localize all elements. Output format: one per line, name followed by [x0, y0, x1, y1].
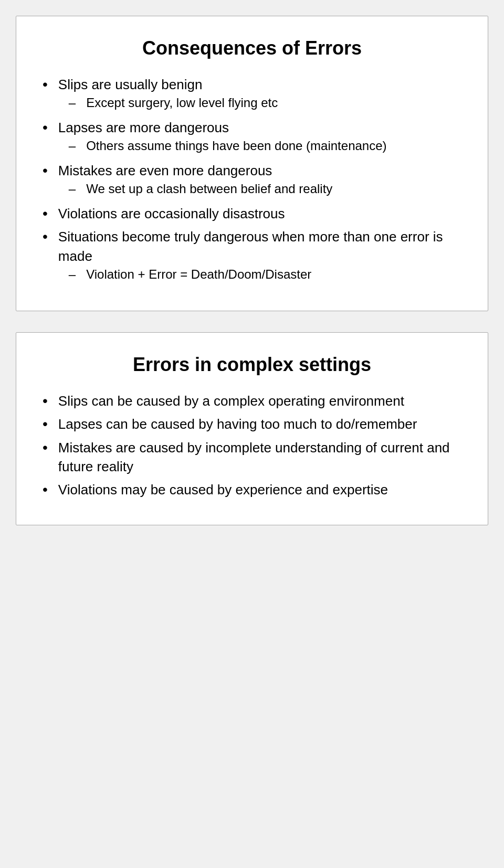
- bullet-lapses: Lapses are more dangerous Others assume …: [43, 118, 461, 157]
- bullet-slips-text: Slips are usually benign: [58, 77, 203, 92]
- slide-1-title: Consequences of Errors: [43, 37, 461, 59]
- slide-2-bullet-list: Slips can be caused by a complex operati…: [43, 391, 461, 500]
- bullet-mistakes-complex: Mistakes are caused by incomplete unders…: [43, 438, 461, 477]
- bullet-slips-complex: Slips can be caused by a complex operati…: [43, 391, 461, 410]
- bullet-situations-text: Situations become truly dangerous when m…: [58, 229, 443, 263]
- bullet-situations: Situations become truly dangerous when m…: [43, 227, 461, 285]
- sub-slips-0: Except surgery, low level flying etc: [69, 94, 461, 112]
- bullet-mistakes: Mistakes are even more dangerous We set …: [43, 161, 461, 200]
- sub-lapses-0-text: Others assume things have been done (mai…: [86, 137, 386, 155]
- slide-2-title: Errors in complex settings: [43, 354, 461, 376]
- sub-mistakes-0: We set up a clash between belief and rea…: [69, 180, 461, 198]
- bullet-violations-complex: Violations may be caused by experience a…: [43, 480, 461, 499]
- slide-2: Errors in complex settings Slips can be …: [16, 332, 488, 525]
- bullet-violations-text: Violations are occasionally disastrous: [58, 206, 285, 221]
- bullet-slips: Slips are usually benign Except surgery,…: [43, 75, 461, 114]
- bullet-situations-sublist: Violation + Error = Death/Doom/Disaster: [69, 266, 461, 283]
- bullet-lapses-sublist: Others assume things have been done (mai…: [69, 137, 461, 155]
- sub-situations-0-text: Violation + Error = Death/Doom/Disaster: [86, 266, 311, 283]
- bullet-slips-complex-text: Slips can be caused by a complex operati…: [58, 393, 404, 409]
- sub-situations-0: Violation + Error = Death/Doom/Disaster: [69, 266, 461, 283]
- bullet-slips-sublist: Except surgery, low level flying etc: [69, 94, 461, 112]
- sub-mistakes-0-text: We set up a clash between belief and rea…: [86, 180, 332, 198]
- bullet-lapses-complex: Lapses can be caused by having too much …: [43, 415, 461, 433]
- bullet-lapses-text: Lapses are more dangerous: [58, 120, 229, 135]
- bullet-mistakes-text: Mistakes are even more dangerous: [58, 163, 272, 178]
- bullet-mistakes-complex-text: Mistakes are caused by incomplete unders…: [58, 440, 450, 474]
- sub-slips-0-text: Except surgery, low level flying etc: [86, 94, 278, 112]
- slide-1-bullet-list: Slips are usually benign Except surgery,…: [43, 75, 461, 285]
- bullet-violations: Violations are occasionally disastrous: [43, 204, 461, 223]
- bullet-lapses-complex-text: Lapses can be caused by having too much …: [58, 416, 417, 432]
- slide-1: Consequences of Errors Slips are usually…: [16, 16, 488, 311]
- bullet-mistakes-sublist: We set up a clash between belief and rea…: [69, 180, 461, 198]
- sub-lapses-0: Others assume things have been done (mai…: [69, 137, 461, 155]
- bullet-violations-complex-text: Violations may be caused by experience a…: [58, 482, 388, 497]
